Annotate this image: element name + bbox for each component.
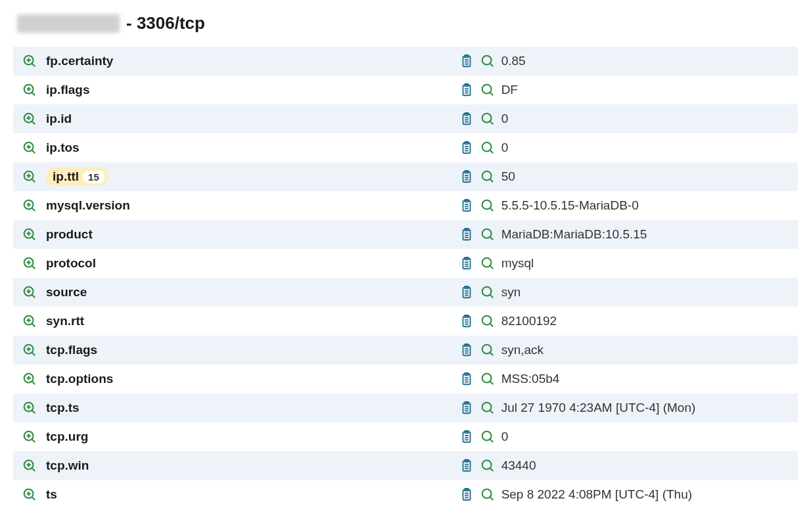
svg-point-119: [482, 345, 491, 354]
zoom-plus-icon[interactable]: [22, 314, 37, 328]
row-key: tcp.options: [46, 372, 113, 386]
svg-line-122: [32, 382, 35, 385]
clipboard-icon[interactable]: [459, 256, 474, 271]
zoom-icon[interactable]: [480, 256, 495, 271]
zoom-plus-icon[interactable]: [22, 285, 37, 299]
key-wrap: ip.ttl 15: [46, 167, 108, 186]
row-value: MariaDB:MariaDB:10.5.15: [501, 227, 647, 242]
clipboard-icon[interactable]: [459, 83, 474, 97]
clipboard-icon[interactable]: [459, 314, 474, 328]
zoom-icon[interactable]: [480, 112, 495, 126]
table-row: protocol mysql: [13, 249, 798, 278]
zoom-plus-icon[interactable]: [22, 169, 37, 184]
zoom-icon[interactable]: [480, 285, 495, 299]
zoom-icon[interactable]: [480, 198, 495, 213]
zoom-plus-icon[interactable]: [22, 487, 37, 502]
row-value: 5.5.5-10.5.15-MariaDB-0: [501, 198, 639, 213]
svg-point-42: [482, 143, 491, 152]
zoom-plus-icon[interactable]: [22, 141, 37, 155]
clipboard-icon[interactable]: [459, 112, 474, 126]
svg-point-108: [482, 316, 491, 325]
svg-line-23: [32, 122, 35, 125]
clipboard-icon[interactable]: [459, 343, 474, 357]
value-cell: mysql: [459, 256, 789, 271]
zoom-plus-icon[interactable]: [22, 54, 37, 68]
zoom-plus-icon[interactable]: [22, 401, 37, 415]
clipboard-icon[interactable]: [459, 487, 474, 502]
clipboard-icon[interactable]: [459, 227, 474, 242]
zoom-icon[interactable]: [480, 83, 495, 97]
key-wrap: syn.rtt: [46, 314, 84, 328]
zoom-plus-icon[interactable]: [22, 112, 37, 126]
svg-line-67: [32, 237, 35, 240]
row-key: tcp.flags: [46, 343, 97, 357]
zoom-icon[interactable]: [480, 343, 495, 357]
zoom-plus-icon[interactable]: [22, 83, 37, 97]
clipboard-icon[interactable]: [459, 169, 474, 184]
row-value: 0.85: [501, 54, 526, 68]
zoom-icon[interactable]: [480, 54, 495, 68]
clipboard-icon[interactable]: [459, 458, 474, 473]
zoom-plus-icon[interactable]: [22, 343, 37, 357]
redacted-ip: [17, 14, 120, 33]
page-header: - 3306/tcp: [13, 13, 798, 33]
clipboard-icon[interactable]: [459, 372, 474, 386]
zoom-plus-icon[interactable]: [22, 372, 37, 386]
row-key: product: [46, 227, 93, 241]
zoom-icon[interactable]: [480, 487, 495, 502]
clipboard-icon[interactable]: [459, 430, 474, 444]
svg-line-87: [490, 266, 493, 269]
svg-line-153: [490, 439, 493, 443]
key-cell: tcp.ts: [22, 401, 459, 415]
clipboard-icon[interactable]: [459, 141, 474, 155]
svg-line-111: [32, 353, 35, 356]
zoom-icon[interactable]: [480, 227, 495, 242]
svg-line-45: [32, 179, 35, 183]
zoom-plus-icon[interactable]: [22, 227, 37, 242]
svg-line-144: [32, 439, 35, 443]
zoom-icon[interactable]: [480, 372, 495, 386]
properties-table: fp.certainty 0.85: [13, 47, 798, 509]
svg-line-131: [490, 382, 493, 385]
value-cell: 0: [459, 430, 789, 444]
clipboard-icon[interactable]: [459, 198, 474, 213]
clipboard-icon[interactable]: [459, 54, 474, 68]
value-cell: Jul 27 1970 4:23AM [UTC-4] (Mon): [459, 401, 789, 415]
table-row: ip.ttl 15 50: [13, 162, 798, 191]
zoom-icon[interactable]: [480, 430, 495, 444]
zoom-plus-icon[interactable]: [22, 198, 37, 213]
svg-line-43: [490, 150, 493, 154]
key-wrap: ip.id: [46, 112, 72, 126]
zoom-icon[interactable]: [480, 458, 495, 473]
zoom-plus-icon[interactable]: [22, 430, 37, 444]
key-cell: tcp.options: [22, 372, 459, 386]
zoom-icon[interactable]: [480, 401, 495, 415]
zoom-icon[interactable]: [480, 141, 495, 155]
value-cell: 5.5.5-10.5.15-MariaDB-0: [459, 198, 789, 213]
table-row: mysql.version 5.5.5-10.5.15-MariaDB-: [13, 191, 798, 220]
key-cell: ip.ttl 15: [22, 167, 459, 186]
zoom-icon[interactable]: [480, 314, 495, 328]
row-key: ip.flags: [46, 83, 90, 97]
svg-line-155: [32, 468, 35, 472]
value-cell: Sep 8 2022 4:08PM [UTC-4] (Thu): [459, 487, 789, 502]
svg-line-76: [490, 237, 493, 240]
zoom-plus-icon[interactable]: [22, 458, 37, 473]
svg-line-100: [32, 324, 35, 327]
table-row: product MariaDB:MariaDB:10.5.15: [13, 220, 798, 249]
clipboard-icon[interactable]: [459, 401, 474, 415]
clipboard-icon[interactable]: [459, 285, 474, 299]
svg-line-21: [490, 93, 493, 96]
svg-line-56: [32, 208, 35, 211]
svg-point-152: [482, 432, 491, 441]
svg-line-1: [32, 64, 35, 67]
row-value: 50: [501, 169, 515, 184]
svg-line-65: [490, 208, 493, 211]
zoom-icon[interactable]: [480, 169, 495, 184]
svg-line-54: [490, 179, 493, 183]
key-cell: tcp.urg: [22, 430, 459, 444]
row-value: syn,ack: [501, 343, 544, 357]
svg-point-20: [482, 85, 491, 94]
svg-line-120: [490, 353, 493, 356]
zoom-plus-icon[interactable]: [22, 256, 37, 271]
